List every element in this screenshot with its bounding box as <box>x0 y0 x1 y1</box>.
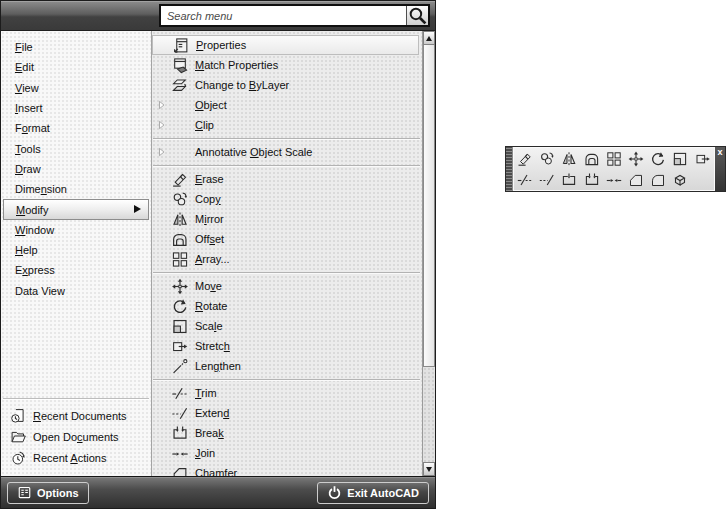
menu-item-array[interactable]: Array... <box>152 249 422 269</box>
exit-button[interactable]: Exit AutoCAD <box>317 482 429 504</box>
toolbar-close-button[interactable]: x <box>715 147 725 158</box>
menu-category-label: Format <box>15 122 50 134</box>
menu-item-match-properties[interactable]: Match Properties <box>152 55 422 75</box>
menu-item-stretch[interactable]: Stretch <box>152 336 422 356</box>
menu-category-insert[interactable]: Insert <box>1 98 151 118</box>
toolbar-button-scale[interactable] <box>669 149 691 170</box>
toolbar-button-break[interactable] <box>581 170 603 191</box>
icon-spacer <box>155 252 168 266</box>
icon-spacer <box>155 446 168 460</box>
toolbar-button-trim[interactable] <box>514 170 536 191</box>
toolbar-grip[interactable] <box>506 147 513 191</box>
toolbar-button-copy[interactable] <box>536 149 558 170</box>
menu-item-properties[interactable]: Properties <box>152 35 419 55</box>
icon-spacer <box>156 38 169 52</box>
menu-item-scale[interactable]: Scale <box>152 316 422 336</box>
menu-item-label: Extend <box>195 407 229 419</box>
toolbar-button-move[interactable] <box>625 149 647 170</box>
options-button[interactable]: Options <box>7 482 89 504</box>
menu-category-draw[interactable]: Draw <box>1 159 151 179</box>
menu-category-edit[interactable]: Edit <box>1 57 151 77</box>
menu-category-help[interactable]: Help <box>1 240 151 260</box>
menu-item-erase[interactable]: Erase <box>152 169 422 189</box>
menu-category-file[interactable]: File <box>1 37 151 57</box>
chamfer-icon <box>170 465 190 477</box>
menu-item-extend[interactable]: Extend <box>152 403 422 423</box>
menu-category-express[interactable]: Express <box>1 260 151 280</box>
toolbar-title-strip: x <box>715 147 725 191</box>
toolbar-button-mirror[interactable] <box>558 149 580 170</box>
menu-item-label: Copy <box>195 193 221 205</box>
menu-category-format[interactable]: Format <box>1 118 151 138</box>
copy-icon <box>539 151 555 167</box>
search-button[interactable] <box>406 6 428 25</box>
menu-category-dimension[interactable]: Dimension <box>1 179 151 199</box>
menu-category-label: Window <box>15 224 54 236</box>
mirror-icon <box>170 211 190 228</box>
menu-category-label: View <box>15 82 39 94</box>
toolbar-button-offset[interactable] <box>581 149 603 170</box>
menu-item-chamfer[interactable]: Chamfer <box>152 463 422 476</box>
submenu-expander-icon <box>155 118 168 132</box>
menu-item-copy[interactable]: Copy <box>152 189 422 209</box>
recent-documents-button[interactable]: Recent Documents <box>1 405 151 426</box>
menu-category-label: Edit <box>15 61 34 73</box>
menu-item-mirror[interactable]: Mirror <box>152 209 422 229</box>
menu-item-label: Break <box>195 427 224 439</box>
scroll-down-button[interactable] <box>423 462 435 476</box>
menu-category-label: Insert <box>15 102 43 114</box>
toolbar-button-stretch[interactable] <box>692 149 714 170</box>
menu-category-modify[interactable]: Modify <box>3 199 149 219</box>
toolbar-button-fillet[interactable] <box>647 170 669 191</box>
menu-item-object[interactable]: Object <box>152 95 422 115</box>
menu-item-change-to-bylayer[interactable]: Change to ByLayer <box>152 75 422 95</box>
toolbar-button-explode[interactable] <box>669 170 691 191</box>
toolbar-button-array[interactable] <box>603 149 625 170</box>
menu-item-offset[interactable]: Offset <box>152 229 422 249</box>
menu-category-tools[interactable]: Tools <box>1 138 151 158</box>
menu-category-data-view[interactable]: Data View <box>1 281 151 301</box>
menu-separator <box>153 272 420 273</box>
modify-submenu-panel: PropertiesMatch PropertiesChange to ByLa… <box>152 31 422 476</box>
search-input[interactable] <box>161 6 406 25</box>
menu-item-lengthen[interactable]: Lengthen <box>152 356 422 376</box>
menu-item-trim[interactable]: Trim <box>152 383 422 403</box>
menu-item-label: Match Properties <box>195 59 278 71</box>
menu-item-rotate[interactable]: Rotate <box>152 296 422 316</box>
application-menu: FileEditViewInsertFormatToolsDrawDimensi… <box>0 0 436 509</box>
toolbar-button-erase[interactable] <box>514 149 536 170</box>
options-button-label: Options <box>37 487 79 499</box>
scrollbar-thumb[interactable] <box>423 45 435 367</box>
menu-item-label: Join <box>195 447 215 459</box>
menu-item-clip[interactable]: Clip <box>152 115 422 135</box>
menu-item-break[interactable]: Break <box>152 423 422 443</box>
toolbar-button-chamfer[interactable] <box>625 170 647 191</box>
scrollbar-track[interactable] <box>423 367 435 462</box>
menu-top-bar <box>1 1 435 31</box>
menu-item-join[interactable]: Join <box>152 443 422 463</box>
toolbar-button-break-at-point[interactable] <box>558 170 580 191</box>
toolbar-button-rotate[interactable] <box>647 149 669 170</box>
submenu-scrollbar[interactable] <box>422 31 435 476</box>
menu-item-move[interactable]: Move <box>152 276 422 296</box>
fillet-icon <box>650 172 666 188</box>
rotate-icon <box>170 298 190 315</box>
chamfer-icon <box>628 172 644 188</box>
icon-spacer <box>155 339 168 353</box>
move-icon <box>170 278 190 295</box>
menu-item-annotative-object-scale[interactable]: Annotative Object Scale <box>152 142 422 162</box>
lengthen-icon <box>170 358 190 375</box>
toolbar-button-join[interactable] <box>603 170 625 191</box>
menu-category-window[interactable]: Window <box>1 220 151 240</box>
toolbar-button-extend[interactable] <box>536 170 558 191</box>
menu-category-view[interactable]: View <box>1 78 151 98</box>
menu-item-label: Array... <box>195 253 230 265</box>
icon-spacer <box>170 144 190 161</box>
scroll-up-button[interactable] <box>423 31 435 45</box>
submenu-expander-icon <box>155 98 168 112</box>
menu-item-label: Scale <box>195 320 223 332</box>
recent-actions-button[interactable]: Recent Actions <box>1 447 151 468</box>
open-documents-button[interactable]: Open Documents <box>1 426 151 447</box>
menu-category-label: Tools <box>15 143 41 155</box>
offset-icon <box>170 231 190 248</box>
